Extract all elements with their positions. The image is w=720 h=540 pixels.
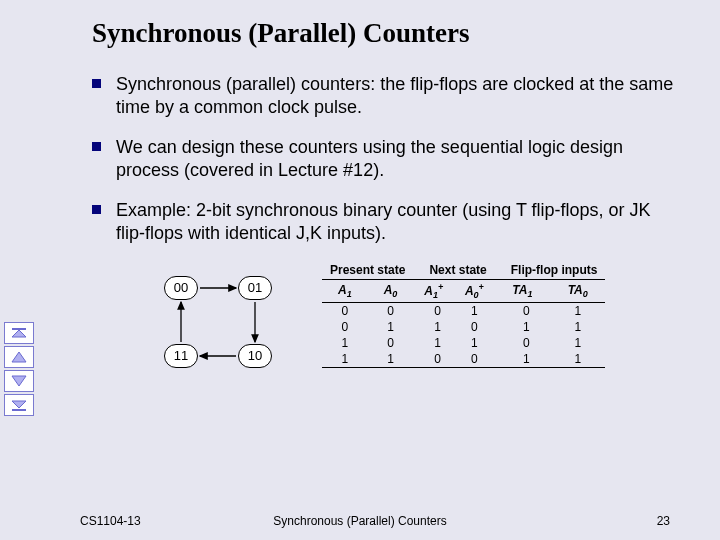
bullet-item: Example: 2-bit synchronous binary counte… [92,199,680,244]
table-row: 1 0 1 1 0 1 [322,335,605,351]
svg-marker-4 [12,401,26,408]
group-header-next: Next state [413,262,494,280]
col-a0plus: A0+ [454,280,495,303]
group-header-inputs: Flip-flop inputs [495,262,606,280]
slide-footer: CS1104-13 Synchronous (Parallel) Counter… [0,514,720,528]
nav-next-button[interactable] [4,370,34,392]
bullet-list: Synchronous (parallel) counters: the fli… [92,73,680,244]
col-a1plus: A1+ [413,280,454,303]
slide-content: Synchronous (Parallel) Counters Synchron… [0,0,720,398]
diagram-row: 00 01 10 11 Present state Next state Fli… [92,262,680,398]
table-group-header: Present state Next state Flip-flop input… [322,262,605,280]
state-node-00: 00 [164,276,198,300]
table-row: 0 1 1 0 1 1 [322,319,605,335]
nav-button-group [4,322,34,416]
nav-last-button[interactable] [4,394,34,416]
svg-marker-3 [12,376,26,386]
state-node-10: 10 [238,344,272,368]
bullet-item: Synchronous (parallel) counters: the fli… [92,73,680,118]
col-ta0: TA0 [550,280,605,303]
nav-prev-button[interactable] [4,346,34,368]
state-node-11: 11 [164,344,198,368]
nav-first-button[interactable] [4,322,34,344]
bullet-item: We can design these counters using the s… [92,136,680,181]
table-col-header: A1 A0 A1+ A0+ TA1 TA0 [322,280,605,303]
svg-marker-0 [12,330,26,337]
table-row: 1 1 0 0 1 1 [322,351,605,368]
table-row: 0 0 0 1 0 1 [322,303,605,320]
footer-center: Synchronous (Parallel) Counters [0,514,720,528]
col-a1: A1 [322,280,368,303]
state-diagram: 00 01 10 11 [154,268,284,398]
table-body: 0 0 0 1 0 1 0 1 1 0 1 1 1 0 [322,303,605,368]
col-a0: A0 [368,280,414,303]
group-header-present: Present state [322,262,413,280]
truth-table: Present state Next state Flip-flop input… [322,262,605,368]
col-ta1: TA1 [495,280,550,303]
svg-marker-2 [12,352,26,362]
slide-title: Synchronous (Parallel) Counters [92,18,680,49]
state-node-01: 01 [238,276,272,300]
